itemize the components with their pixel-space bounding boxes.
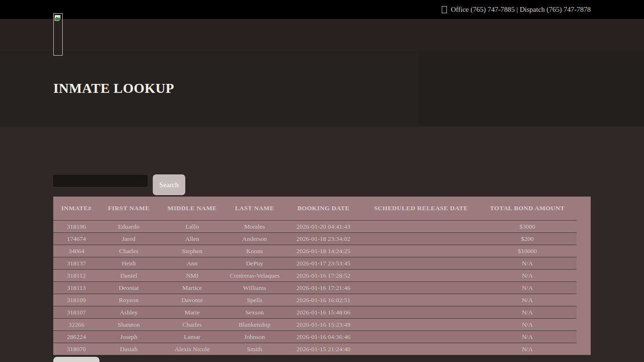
topbar-contact: Office (765) 747-7885 | Dispatch (765) 7… — [53, 0, 591, 19]
table-cell: Dasiah — [99, 343, 158, 355]
header-row: INMATE#FIRST NAMEMIDDLE NAMELAST NAMEBOO… — [53, 197, 577, 221]
table-row[interactable]: 318113DeontaiMarticeWilliams2026-01-16 1… — [53, 282, 577, 294]
table-cell — [364, 282, 478, 294]
phone-icon — [442, 6, 447, 13]
table-cell — [364, 270, 478, 282]
table-row[interactable]: 318137HeidiAnnDePuy2026-01-17 23:53:45N/… — [53, 257, 577, 270]
column-header: LAST NAME — [226, 197, 283, 221]
table-cell — [364, 221, 478, 233]
table-cell: Blankenship — [226, 319, 283, 331]
page-title: INMATE LOOKUP — [53, 81, 174, 96]
table-row[interactable]: 318070DasiahAlexis NicoleSmith2026-01-15… — [53, 343, 577, 355]
column-header: SCHEDULED RELEASE DATE — [364, 197, 478, 221]
table-cell: 318070 — [53, 343, 99, 355]
table-cell: 2026-01-16 17:28:52 — [283, 270, 364, 282]
table-cell: Ashley — [99, 306, 158, 319]
topbar: Office (765) 747-7885 | Dispatch (765) 7… — [0, 0, 644, 19]
table-cell: 2026-01-15 21:24:40 — [283, 343, 364, 355]
table-row[interactable]: 32266ShannonCharlesBlankenship2026-01-16… — [53, 319, 577, 331]
table-cell: 2026-01-18 14:24:25 — [283, 245, 364, 257]
table-cell — [364, 306, 478, 319]
table-cell: N/A — [478, 282, 577, 294]
table-row[interactable]: 318196EduardoLalloMorales2026-01-20 04:4… — [53, 221, 577, 233]
table-cell: 318137 — [53, 257, 99, 270]
table-cell: 174674 — [53, 233, 99, 245]
table-cell: 286224 — [53, 331, 99, 343]
table-cell: Daniel — [99, 270, 158, 282]
column-header: TOTAL BOND AMOUNT — [478, 197, 577, 221]
inmate-table-container: INMATE#FIRST NAMEMIDDLE NAMELAST NAMEBOO… — [53, 197, 591, 355]
table-cell: Shannon — [99, 319, 158, 331]
table-row[interactable]: 318107AshleyMarieSexson2026-01-16 15:48:… — [53, 306, 577, 319]
table-row[interactable]: 174674JaredAllenAnderson2026-01-18 23:34… — [53, 233, 577, 245]
table-cell: N/A — [478, 331, 577, 343]
table-cell: N/A — [478, 319, 577, 331]
site-logo-broken-image[interactable] — [53, 13, 63, 56]
table-cell: 318196 — [53, 221, 99, 233]
search-input[interactable] — [53, 175, 148, 187]
table-cell: N/A — [478, 343, 577, 355]
table-cell: NMI — [158, 270, 226, 282]
table-cell: 2026-01-16 15:23:49 — [283, 319, 364, 331]
table-cell: 318112 — [53, 270, 99, 282]
table-cell: N/A — [478, 270, 577, 282]
table-cell: 32266 — [53, 319, 99, 331]
search-button[interactable]: Search — [153, 174, 185, 195]
table-cell: 2026-01-16 15:48:06 — [283, 306, 364, 319]
table-cell: DePuy — [226, 257, 283, 270]
column-header: FIRST NAME — [99, 197, 158, 221]
table-cell: Davonte — [158, 294, 226, 306]
column-header: BOOKING DATE — [283, 197, 364, 221]
table-cell: 2026-01-16 16:02:51 — [283, 294, 364, 306]
table-cell — [364, 319, 478, 331]
table-cell: Deontai — [99, 282, 158, 294]
table-cell: 2026-01-16 17:21:46 — [283, 282, 364, 294]
table-cell: Alexis Nicole — [158, 343, 226, 355]
table-cell: Charles — [158, 319, 226, 331]
table-cell: Contreras-Velaques — [226, 270, 283, 282]
inmate-table: INMATE#FIRST NAMEMIDDLE NAMELAST NAMEBOO… — [53, 197, 577, 355]
table-cell: Martice — [158, 282, 226, 294]
table-cell: 318113 — [53, 282, 99, 294]
table-cell: Joseph — [99, 331, 158, 343]
table-cell: $3000 — [478, 221, 577, 233]
table-cell: Smith — [226, 343, 283, 355]
column-header: INMATE# — [53, 197, 99, 221]
table-cell — [364, 233, 478, 245]
table-row[interactable]: 286224JosephLamarJohnson2026-01-16 04:36… — [53, 331, 577, 343]
table-cell: 2026-01-17 23:53:45 — [283, 257, 364, 270]
table-cell: Lamar — [158, 331, 226, 343]
table-cell: 318107 — [53, 306, 99, 319]
table-cell: N/A — [478, 257, 577, 270]
table-cell: Eduardo — [99, 221, 158, 233]
table-cell — [364, 331, 478, 343]
table-cell: Morales — [226, 221, 283, 233]
table-cell: Jared — [99, 233, 158, 245]
table-cell: N/A — [478, 306, 577, 319]
table-cell — [364, 245, 478, 257]
table-cell: Marie — [158, 306, 226, 319]
broken-image-icon — [54, 15, 61, 22]
table-cell: Sexson — [226, 306, 283, 319]
inmate-table-head: INMATE#FIRST NAMEMIDDLE NAMELAST NAMEBOO… — [53, 197, 577, 221]
header-band — [0, 19, 644, 51]
table-cell: 2026-01-20 04:41:43 — [283, 221, 364, 233]
table-cell: Williams — [226, 282, 283, 294]
table-cell — [364, 343, 478, 355]
table-cell — [364, 257, 478, 270]
column-header: MIDDLE NAME — [158, 197, 226, 221]
table-cell: Koons — [226, 245, 283, 257]
table-row[interactable]: 318112DanielNMIContreras-Velaques2026-01… — [53, 270, 577, 282]
table-row[interactable]: 318109RoyeonDavonteSpells2026-01-16 16:0… — [53, 294, 577, 306]
table-cell: 34064 — [53, 245, 99, 257]
view-more-button[interactable]: View More — [53, 357, 99, 362]
table-cell: 318109 — [53, 294, 99, 306]
table-cell: Anderson — [226, 233, 283, 245]
table-cell: Allen — [158, 233, 226, 245]
table-cell: Charles — [99, 245, 158, 257]
table-cell: 2026-01-16 04:36:46 — [283, 331, 364, 343]
table-cell: Johnson — [226, 331, 283, 343]
table-row[interactable]: 34064CharlesStephenKoons2026-01-18 14:24… — [53, 245, 577, 257]
table-cell: Spells — [226, 294, 283, 306]
table-cell: $200 — [478, 233, 577, 245]
